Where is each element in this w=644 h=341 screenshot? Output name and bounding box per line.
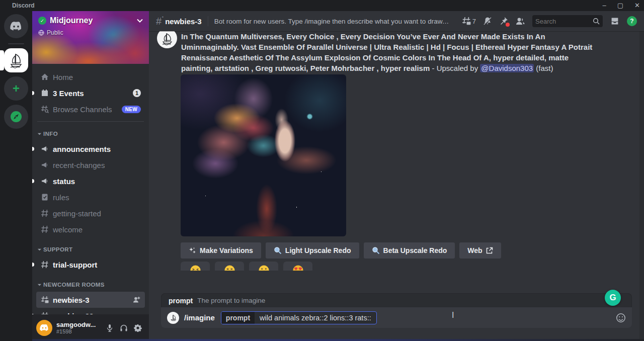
- sidebar-item-browse-channels[interactable]: Browse Channels NEW: [36, 101, 145, 117]
- inbox-button[interactable]: [610, 17, 620, 26]
- imagine-bot-avatar: [167, 312, 179, 324]
- discord-logo-icon: [10, 21, 23, 31]
- web-button[interactable]: Web: [459, 242, 501, 259]
- channel-newbies-33[interactable]: newbies-33: [36, 308, 145, 314]
- channel-topic[interactable]: Bot room for new users. Type /imagine th…: [214, 18, 451, 25]
- mic-button[interactable]: [103, 321, 117, 335]
- headphones-button[interactable]: [117, 321, 131, 335]
- hash-icon: [40, 260, 49, 269]
- rules-book-icon: [40, 193, 49, 202]
- slash-option-hint: prompt The prompt to imagine: [161, 293, 632, 307]
- server-name: Midjourney: [50, 16, 137, 25]
- channel-sidebar: ✓ Midjourney Public Home: [32, 11, 149, 341]
- header-divider: [208, 16, 208, 26]
- prompt-option-value[interactable]: wild animals zebra::2 lions::3 rats::: [255, 314, 376, 322]
- channel-limited-badge-icon: ▪: [162, 15, 164, 19]
- add-server-button[interactable]: +: [4, 76, 28, 101]
- thread-count: 7: [472, 18, 476, 25]
- help-button[interactable]: ?: [627, 16, 637, 26]
- beta-upscale-redo-button[interactable]: Beta Upscale Redo: [364, 242, 455, 259]
- titlebar: Discord – ▢ ✕: [0, 0, 644, 11]
- home-server-button[interactable]: [4, 14, 28, 38]
- house-icon: [40, 72, 49, 81]
- reaction-confounded-face[interactable]: [181, 262, 210, 271]
- minimize-button[interactable]: –: [603, 0, 606, 11]
- discord-window: Discord – ▢ ✕: [0, 0, 644, 341]
- reaction-disappointed-face[interactable]: [215, 262, 244, 271]
- bottom-edge-strip: [32, 339, 644, 341]
- light-upscale-redo-button[interactable]: Light Upscale Redo: [266, 242, 359, 259]
- notifications-muted-button[interactable]: [483, 17, 492, 26]
- section-info[interactable]: INFO: [36, 129, 145, 139]
- channel-trial-support[interactable]: trial-support: [36, 257, 145, 273]
- server-rail: +: [0, 11, 32, 341]
- sidebar-divider: [37, 121, 144, 122]
- channel-welcome[interactable]: welcome: [36, 221, 145, 237]
- chat-scrollbar[interactable]: [639, 31, 644, 341]
- selected-server-pill: [0, 50, 4, 70]
- user-area: samgoodw... #1598: [32, 314, 149, 341]
- reaction-heart-eyes-face[interactable]: [283, 262, 312, 271]
- close-button[interactable]: ✕: [634, 0, 640, 11]
- pinned-messages-button[interactable]: [499, 17, 508, 26]
- channel-status[interactable]: status: [36, 173, 145, 189]
- option-name: prompt: [169, 297, 193, 305]
- invite-person-icon[interactable]: [132, 295, 141, 304]
- composer: prompt The prompt to imagine /imagine pr…: [161, 293, 632, 328]
- member-list-button[interactable]: [515, 17, 525, 26]
- channel-header: #▪ newbies-3 Bot room for new users. Typ…: [149, 11, 644, 31]
- message-suffix: - Upscaled by: [430, 64, 480, 72]
- prompt-option-pill[interactable]: prompt wild animals zebra::2 lions::3 ra…: [221, 311, 377, 324]
- reaction-grinning-face[interactable]: [249, 262, 278, 271]
- channel-recent-changes[interactable]: recent-changes: [36, 157, 145, 173]
- threads-button[interactable]: 7: [462, 17, 476, 26]
- user-avatar[interactable]: [36, 320, 52, 336]
- grammarly-icon[interactable]: G: [605, 290, 621, 306]
- search-input[interactable]: [535, 18, 593, 25]
- search-box[interactable]: [532, 15, 603, 27]
- settings-gear-button[interactable]: [131, 321, 145, 335]
- section-chevron-icon: [37, 283, 42, 287]
- compass-icon: [10, 110, 23, 123]
- globe-icon: [38, 30, 44, 36]
- magnifier-icon: [274, 246, 282, 254]
- verified-badge-icon: ✓: [38, 17, 46, 25]
- server-visibility: Public: [47, 29, 63, 36]
- channel-hash-icon: #▪: [156, 16, 162, 27]
- plus-icon: +: [13, 81, 20, 96]
- user-mention[interactable]: @Davidson303: [480, 64, 534, 72]
- server-banner[interactable]: ✓ Midjourney Public: [32, 11, 149, 64]
- message-buttons: Make Variations Light Upscale Redo Beta …: [181, 242, 501, 259]
- slash-command: /imagine: [184, 313, 215, 322]
- sidebar-item-home[interactable]: Home: [36, 69, 145, 85]
- channel-newbies-3[interactable]: newbies-3: [36, 292, 145, 308]
- sidebar-item-events[interactable]: 3 Events 1: [36, 85, 145, 101]
- channel-getting-started[interactable]: getting-started: [36, 205, 145, 221]
- browse-channels-icon: [40, 105, 49, 114]
- chat-area: In The Quantum Multiverses, Every Choice…: [149, 31, 644, 271]
- hash-icon: [40, 225, 49, 234]
- make-variations-button[interactable]: Make Variations: [181, 242, 261, 259]
- channel-title: newbies-3: [165, 17, 202, 26]
- section-support[interactable]: SUPPORT: [36, 244, 145, 254]
- explore-servers-button[interactable]: [4, 105, 28, 129]
- message: In The Quantum Multiverses, Every Choice…: [181, 31, 596, 73]
- search-icon: [593, 18, 600, 25]
- generated-image[interactable]: [181, 74, 346, 236]
- megaphone-icon: [40, 144, 49, 153]
- message-input-bar[interactable]: /imagine prompt wild animals zebra::2 li…: [161, 307, 632, 328]
- bot-avatar[interactable]: [157, 31, 177, 48]
- channel-list: Home 3 Events 1 Browse Channels NEW INFO: [32, 64, 149, 314]
- section-newcomer-rooms[interactable]: NEWCOMER ROOMS: [36, 280, 145, 290]
- channel-announcements[interactable]: announcements: [36, 141, 145, 157]
- chevron-down-icon[interactable]: [137, 19, 143, 23]
- sailboat-icon: [8, 52, 25, 69]
- section-chevron-icon: [37, 132, 42, 136]
- channel-rules[interactable]: rules: [36, 189, 145, 205]
- message-fast-tag: (fast): [534, 64, 553, 72]
- prompt-option-label: prompt: [221, 312, 255, 324]
- midjourney-server-button[interactable]: [4, 48, 28, 72]
- emoji-picker-button[interactable]: [616, 313, 626, 323]
- rail-divider: [8, 43, 24, 44]
- maximize-button[interactable]: ▢: [617, 0, 623, 11]
